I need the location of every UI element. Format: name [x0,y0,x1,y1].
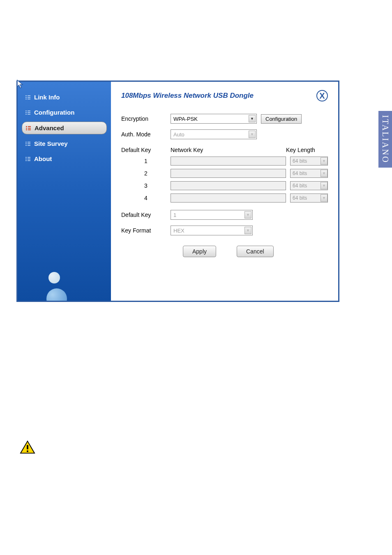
dropdown-arrow-icon: ▼ [321,157,327,165]
sidebar: Link Info Configuration Advanced Site Su… [18,82,111,301]
svg-rect-6 [25,111,27,111]
sidebar-item-label: Configuration [34,109,74,116]
key-length-select-4: 64 bits ▼ [290,193,328,203]
svg-rect-18 [25,142,27,143]
sidebar-item-site-survey[interactable]: Site Survey [22,138,107,150]
sidebar-item-about[interactable]: About [22,153,107,165]
svg-rect-16 [26,129,27,130]
network-key-input-3 [171,181,286,190]
auth-mode-label: Auth. Mode [121,131,171,138]
svg-rect-2 [25,97,27,98]
configuration-button[interactable]: Configuration [261,114,302,124]
default-key-label: Default Key [121,212,171,218]
key-number: 2 [121,170,171,177]
dropdown-arrow-icon: ▼ [249,131,256,138]
dropdown-arrow-icon: ▼ [249,115,256,122]
svg-rect-3 [28,97,30,98]
svg-rect-22 [25,145,27,146]
auth-mode-select: Auto ▼ [171,129,257,139]
svg-rect-30 [27,445,28,449]
key-number: 1 [121,158,171,164]
network-key-input-1 [171,157,286,166]
encryption-value: WPA-PSK [173,116,198,122]
key-format-value: HEX [173,228,184,234]
list-icon [25,156,31,162]
svg-rect-15 [28,128,31,129]
close-button[interactable]: X [316,90,328,101]
key-length-select-1: 64 bits ▼ [290,157,328,166]
svg-rect-19 [28,142,30,143]
svg-rect-29 [28,160,30,161]
svg-rect-25 [28,157,30,158]
key-row-1: 1 64 bits ▼ [121,157,328,166]
svg-rect-1 [28,95,30,96]
svg-rect-5 [28,99,30,99]
dropdown-arrow-icon: ▼ [244,227,251,234]
auth-mode-value: Auto [173,131,184,138]
svg-rect-20 [25,143,27,144]
sidebar-item-configuration[interactable]: Configuration [22,106,107,118]
dropdown-arrow-icon: ▼ [244,211,251,219]
key-format-label: Key Format [121,227,171,234]
apply-button[interactable]: Apply [183,246,216,257]
svg-rect-13 [28,126,31,127]
sidebar-item-label: Advanced [35,124,64,131]
network-key-header: Network Key [171,147,286,153]
key-row-3: 3 64 bits ▼ [121,181,328,190]
svg-rect-9 [28,112,30,113]
svg-rect-14 [26,128,27,129]
list-icon-active [25,125,31,131]
svg-rect-17 [28,129,31,130]
svg-rect-10 [25,114,27,115]
svg-rect-24 [25,157,27,158]
sidebar-item-link-info[interactable]: Link Info [22,91,107,103]
cursor-icon [16,79,24,89]
svg-rect-26 [25,159,27,159]
key-table: Default Key Network Key Key Length 1 64 … [121,147,328,203]
sidebar-item-label: Site Survey [34,140,68,147]
svg-point-31 [27,450,28,452]
content-panel: 108Mbps Wireless Network USB Dongle X En… [111,82,338,301]
list-icon [25,141,31,147]
encryption-select[interactable]: WPA-PSK ▼ [171,114,257,124]
key-row-4: 4 64 bits ▼ [121,193,328,203]
language-tab: ITALIANO [378,111,392,168]
key-number: 3 [121,182,171,189]
cancel-button[interactable]: Cancel [237,246,274,257]
default-key-select: 1 ▼ [171,210,253,220]
default-key-header: Default Key [121,147,171,153]
svg-rect-21 [28,143,30,144]
key-format-select: HEX ▼ [171,226,253,235]
dropdown-arrow-icon: ▼ [321,194,327,202]
svg-rect-27 [28,159,30,159]
svg-rect-12 [26,126,27,127]
sidebar-item-label: About [34,155,52,162]
svg-rect-8 [25,112,27,113]
default-key-value: 1 [173,212,176,218]
list-icon [25,94,31,100]
list-icon [25,110,31,115]
svg-rect-7 [28,111,30,111]
title-bar: 108Mbps Wireless Network USB Dongle X [121,90,328,101]
svg-rect-28 [25,160,27,161]
key-length-select-3: 64 bits ▼ [290,181,328,190]
dropdown-arrow-icon: ▼ [321,182,327,189]
dropdown-arrow-icon: ▼ [321,170,327,177]
app-window: Link Info Configuration Advanced Site Su… [16,81,339,302]
key-number: 4 [121,195,171,201]
network-key-input-4 [171,193,286,203]
svg-rect-23 [28,145,30,146]
network-key-input-2 [171,169,286,178]
key-length-select-2: 64 bits ▼ [290,169,328,178]
encryption-label: Encryption [121,115,171,122]
key-length-header: Key Length [286,147,328,153]
svg-rect-11 [28,114,30,115]
svg-rect-4 [25,99,27,99]
sidebar-item-label: Link Info [34,94,60,101]
warning-icon [20,440,35,454]
key-row-2: 2 64 bits ▼ [121,169,328,178]
sidebar-item-advanced[interactable]: Advanced [22,122,107,134]
svg-rect-0 [25,95,27,96]
app-title: 108Mbps Wireless Network USB Dongle [121,92,254,100]
